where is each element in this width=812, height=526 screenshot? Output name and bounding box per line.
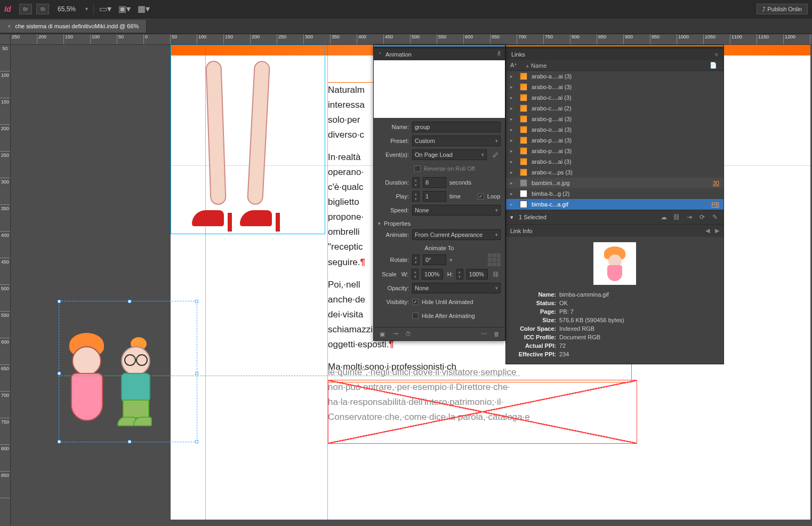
- selected-group[interactable]: [29, 301, 200, 450]
- link-info-header[interactable]: Link Info ◀ ▶: [506, 224, 723, 237]
- link-row[interactable]: ▸arabo-v....ps (3): [506, 167, 723, 178]
- link-row[interactable]: ▸arabo-o....ai (3): [506, 124, 723, 135]
- motion-path[interactable]: [59, 376, 520, 376]
- zoom-level[interactable]: 65,5%: [53, 5, 80, 13]
- preview-spread-icon[interactable]: ▣: [378, 330, 387, 338]
- panel-close-icon[interactable]: ×: [497, 50, 501, 55]
- legs-illustration: [176, 61, 320, 232]
- publish-online-button[interactable]: ⤴ Publish Onlin: [757, 4, 808, 14]
- animate-dropdown[interactable]: From Current Appearance: [412, 229, 501, 240]
- constrain-proportions-icon[interactable]: ⛓: [491, 269, 501, 280]
- link-row[interactable]: ▸bambini...e.jpg30: [506, 178, 723, 188]
- links-panel: Links ≡ A⁺ ▴Name 📄 ▸arabo-a....ai (3)▸ar…: [505, 45, 724, 364]
- arrange-documents-icon[interactable]: ▦▾: [136, 3, 151, 15]
- relink-cc-icon[interactable]: ☁: [660, 213, 668, 221]
- animation-preview: [374, 60, 505, 118]
- panel-menu-icon[interactable]: ≡: [715, 51, 718, 58]
- link-row[interactable]: ▸arabo-g....ai (3): [506, 114, 723, 124]
- bridge-button[interactable]: Br: [19, 4, 32, 14]
- rotate-spinner[interactable]: [412, 254, 420, 265]
- scale-w-spinner[interactable]: [412, 269, 419, 280]
- document-tab-bar: × che sistema di musei definitivoMiki.in…: [0, 18, 812, 34]
- animation-panel-tab[interactable]: ⌃ Animation ≡: [374, 49, 505, 60]
- link-row[interactable]: ▸arabo-c....ai (2): [506, 103, 723, 114]
- create-button-trigger-icon[interactable]: 🖉: [490, 149, 501, 160]
- app-icon: Id: [4, 5, 15, 13]
- vertical-ruler[interactable]: 5010015020025030035040045050055060065070…: [0, 45, 11, 526]
- links-panel-tab[interactable]: Links ≡: [506, 49, 723, 60]
- properties-section-toggle[interactable]: Properties: [378, 218, 501, 229]
- hide-after-checkbox[interactable]: [412, 313, 419, 319]
- events-dropdown[interactable]: On Page Load: [412, 149, 487, 160]
- convert-to-path-icon[interactable]: 〰: [479, 330, 488, 338]
- ruler-origin[interactable]: [0, 34, 11, 45]
- goto-link-icon[interactable]: ⇥: [685, 213, 694, 221]
- play-spinner[interactable]: [412, 191, 420, 202]
- link-row[interactable]: ▸bimba-b...g (2): [506, 188, 723, 199]
- link-row[interactable]: ▸arabo-c....ai (3): [506, 92, 723, 103]
- duration-input[interactable]: [423, 177, 446, 188]
- prev-link-icon[interactable]: ◀: [705, 227, 710, 234]
- document-tab[interactable]: × che sistema di musei definitivoMiki.in…: [0, 20, 147, 33]
- link-row[interactable]: ▸arabo-p....ai (3): [506, 146, 723, 156]
- edit-original-icon[interactable]: ✎: [711, 213, 719, 221]
- selection-count: 1 Selected: [519, 214, 546, 220]
- top-toolbar: Id Br St 65,5% ▼ ▭▾ ▣▾ ▦▾ ⤴ Publish Onli…: [0, 0, 812, 18]
- opacity-dropdown[interactable]: None: [412, 283, 501, 293]
- links-column-header[interactable]: A⁺ ▴Name 📄: [506, 60, 723, 71]
- link-row[interactable]: ▸arabo-b....ai (3): [506, 82, 723, 92]
- view-options-icon[interactable]: ▭▾: [98, 3, 113, 15]
- loop-checkbox[interactable]: [478, 193, 484, 200]
- scale-h-spinner[interactable]: [456, 269, 463, 280]
- animation-panel: × ⌃ Animation ≡ Name: Preset:Custom Even…: [373, 45, 505, 341]
- play-input[interactable]: [423, 191, 446, 202]
- update-link-icon[interactable]: ⟳: [698, 213, 706, 221]
- timing-panel-icon[interactable]: ⏱: [404, 330, 412, 338]
- page-column-icon: 📄: [710, 62, 719, 69]
- tab-close-icon[interactable]: ×: [7, 23, 11, 29]
- animation-name-input[interactable]: [412, 122, 501, 132]
- next-link-icon[interactable]: ▶: [715, 227, 719, 234]
- preset-dropdown[interactable]: Custom: [412, 136, 501, 146]
- hide-until-checkbox[interactable]: [412, 299, 419, 305]
- duration-spinner[interactable]: [412, 177, 420, 188]
- children-illustration: [67, 320, 176, 437]
- separator: [93, 4, 94, 14]
- rotate-input[interactable]: [423, 254, 446, 265]
- link-info-body: Name:bimba-cammina.gifStatus:OKPage:PB: …: [506, 237, 723, 364]
- tab-title: che sistema di musei definitivoMiki.indd…: [15, 23, 139, 29]
- relink-icon[interactable]: ⛓: [672, 213, 681, 221]
- trash-icon[interactable]: 🗑: [492, 330, 501, 338]
- scale-h-input[interactable]: [467, 269, 488, 280]
- links-list[interactable]: ▸arabo-a....ai (3)▸arabo-b....ai (3)▸ara…: [506, 71, 723, 210]
- link-row[interactable]: ▸arabo-s....ai (3): [506, 156, 723, 167]
- stock-button[interactable]: St: [36, 4, 49, 14]
- overset-text-indicator[interactable]: [328, 380, 637, 444]
- links-selection-bar: ▾ 1 Selected ☁ ⛓ ⇥ ⟳ ✎: [506, 210, 723, 224]
- speed-dropdown[interactable]: None: [412, 205, 501, 216]
- horizontal-ruler[interactable]: 2502001501005005010015020025030035040045…: [11, 34, 812, 45]
- link-row[interactable]: ▸arabo-p....ai (3): [506, 135, 723, 146]
- reverse-checkbox[interactable]: [414, 165, 421, 172]
- scale-w-input[interactable]: [422, 269, 443, 280]
- link-thumbnail: [593, 242, 636, 285]
- show-proxy-icon[interactable]: ⭲: [391, 330, 399, 338]
- link-row[interactable]: ▸bimba-c...a.gifPB: [506, 199, 723, 210]
- link-row[interactable]: ▸arabo-a....ai (3): [506, 71, 723, 82]
- anchor-proxy[interactable]: [488, 253, 501, 266]
- screen-mode-icon[interactable]: ▣▾: [117, 3, 132, 15]
